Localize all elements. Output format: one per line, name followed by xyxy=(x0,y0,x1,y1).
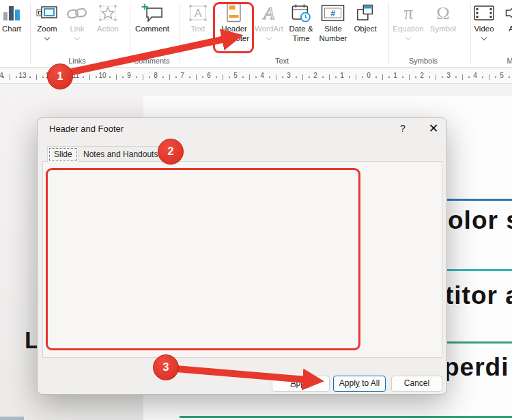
comment-button[interactable]: Comment xyxy=(135,2,169,33)
help-button[interactable]: ? xyxy=(396,123,410,134)
video-label: Video xyxy=(474,25,494,33)
wordart-button: A WordArt xyxy=(255,2,283,40)
date-time-button[interactable]: Date & Time xyxy=(289,2,313,43)
cancel-button[interactable]: Cancel xyxy=(391,376,442,392)
dialog-title: Header and Footer xyxy=(49,124,124,134)
ribbon: Chart Zoom Link Action Comment A Text xyxy=(0,0,512,68)
header-footer-icon xyxy=(226,2,242,24)
symbol-label: Symbol xyxy=(430,25,456,33)
cancel-label: Cancel xyxy=(404,378,429,388)
group-label-comments: Comments xyxy=(133,57,169,65)
object-icon xyxy=(356,2,375,24)
svg-text:A: A xyxy=(195,8,202,19)
group-label-symbols: Symbols xyxy=(409,57,438,65)
slide-number-icon: # xyxy=(321,2,345,24)
link-button: Link xyxy=(66,2,88,40)
header-footer-dialog: Header and Footer ? ✕ Slide Notes and Ha… xyxy=(37,117,447,395)
equation-icon: π xyxy=(397,2,419,24)
object-label: Object xyxy=(354,25,376,33)
ribbon-separator xyxy=(180,3,180,64)
svg-text:Ω: Ω xyxy=(436,3,449,23)
video-icon xyxy=(473,2,495,24)
symbol-button: Ω Symbol xyxy=(430,2,456,33)
audio-label: Au xyxy=(509,25,512,33)
text-box-label: Text xyxy=(190,25,205,33)
bottom-edge-fragment xyxy=(0,417,24,420)
text-box-icon: A xyxy=(188,2,208,24)
ribbon-separator xyxy=(388,3,389,64)
chevron-down-icon xyxy=(74,35,80,40)
symbol-icon: Ω xyxy=(432,2,454,24)
equation-button: π Equation xyxy=(393,2,423,40)
link-icon xyxy=(66,2,88,24)
audio-icon xyxy=(504,2,512,24)
slide-number-label-2: Number xyxy=(319,34,347,43)
text-box-button: A Text xyxy=(188,2,208,33)
tab-panel xyxy=(42,161,442,358)
group-label-links: Links xyxy=(68,57,86,65)
tab-slide[interactable]: Slide xyxy=(47,146,79,163)
svg-text:#: # xyxy=(331,9,336,18)
chart-label: Chart xyxy=(2,25,21,33)
ruler: 413121110987654321012345 xyxy=(0,68,512,84)
chevron-down-icon xyxy=(406,35,411,40)
action-label: Action xyxy=(97,25,119,33)
date-time-label-1: Date & xyxy=(289,25,313,33)
equation-label: Equation xyxy=(393,25,423,33)
comment-label: Comment xyxy=(135,25,169,33)
group-label-media: M xyxy=(507,57,512,65)
video-button[interactable]: Video xyxy=(473,2,495,40)
group-label-text: Text xyxy=(275,57,289,65)
slide-text-fragment: olor sit xyxy=(448,206,512,235)
slide-number-button[interactable]: # Slide Number xyxy=(319,2,347,43)
tab-slide-label: Slide xyxy=(54,150,72,159)
date-time-label-2: Time xyxy=(292,34,309,43)
ribbon-separator xyxy=(30,3,31,64)
ribbon-separator xyxy=(470,3,471,64)
apply-to-all-label: Apply to All xyxy=(339,378,380,388)
ribbon-separator xyxy=(130,3,130,64)
header-footer-button[interactable]: Header & Footer xyxy=(219,2,249,43)
tab-notes-label: Notes and Handouts xyxy=(83,150,158,159)
slide-divider-green-bottom xyxy=(180,416,512,418)
svg-text:π: π xyxy=(403,3,413,23)
slide-text-fragment: perdi xyxy=(444,353,509,382)
header-footer-label-2: & Footer xyxy=(219,34,249,43)
zoom-icon xyxy=(36,2,58,24)
action-button: Action xyxy=(97,2,119,33)
zoom-button[interactable]: Zoom xyxy=(36,2,58,40)
chevron-down-icon xyxy=(481,35,487,40)
comment-icon xyxy=(141,2,164,24)
wordart-icon: A xyxy=(258,2,280,24)
apply-label: Apply xyxy=(290,378,311,388)
chevron-down-icon xyxy=(44,35,50,40)
apply-button[interactable]: Apply xyxy=(272,376,330,392)
action-icon xyxy=(98,2,118,24)
slide-number-label-1: Slide xyxy=(324,25,342,33)
svg-text:A: A xyxy=(262,3,274,23)
slide-text-fragment: titor a xyxy=(445,281,512,310)
link-label: Link xyxy=(70,25,84,33)
tab-notes-and-handouts[interactable]: Notes and Handouts xyxy=(76,146,165,162)
close-icon[interactable]: ✕ xyxy=(425,121,442,136)
date-time-icon xyxy=(290,2,312,24)
chart-icon xyxy=(2,2,21,24)
object-button[interactable]: Object xyxy=(354,2,376,33)
chart-button[interactable]: Chart xyxy=(2,2,21,33)
chevron-down-icon xyxy=(266,35,272,40)
apply-to-all-button[interactable]: Apply to All xyxy=(333,376,386,392)
header-footer-label-1: Header xyxy=(221,25,247,33)
zoom-label: Zoom xyxy=(37,25,57,33)
audio-button[interactable]: Au xyxy=(504,2,512,33)
wordart-label: WordArt xyxy=(255,25,283,33)
